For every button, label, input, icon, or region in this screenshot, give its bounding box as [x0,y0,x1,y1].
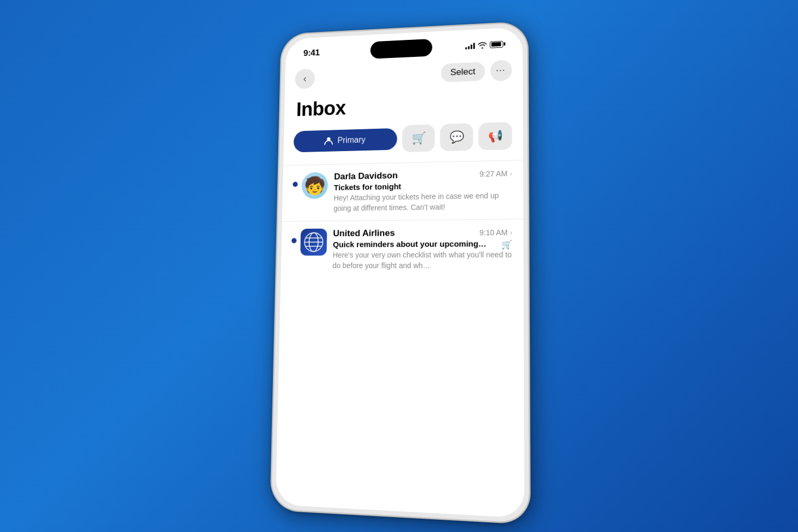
email-preview: Here's your very own checklist with what… [332,250,512,271]
tab-promotions[interactable]: 📢 [478,122,512,150]
battery-icon [490,40,503,48]
chevron-left-icon: ‹ [303,73,307,85]
shopping-cart-icon: 🛒 [411,131,426,145]
email-preview: Hey! Attaching your tickets here in case… [334,190,512,213]
email-subject: Quick reminders about your upcoming… [333,239,487,248]
email-sender: United Airlines [333,228,395,239]
status-icons [466,40,503,49]
email-item[interactable]: United Airlines 9:10 AM › Quick reminder… [281,219,523,279]
status-time: 9:41 [303,48,320,59]
phone-device: 9:41 [270,21,530,524]
megaphone-icon: 📢 [488,129,503,144]
signal-icon [466,42,475,49]
wifi-icon [478,41,487,48]
tab-primary[interactable]: Primary [294,128,397,153]
email-content: Darla Davidson 9:27 AM › Tickets for ton… [334,168,512,214]
phone-screen: 9:41 [276,27,525,518]
tab-primary-label: Primary [337,135,365,145]
email-subject-row: Quick reminders about your upcoming… 🛒 [333,239,512,251]
ellipsis-icon: ●●● [496,69,506,73]
email-content: United Airlines 9:10 AM › Quick reminder… [332,227,512,271]
chevron-right-icon: › [510,228,512,237]
email-item[interactable]: 🧒 Darla Davidson 9:27 AM › Tickets for t… [282,160,523,221]
avatar [300,229,327,256]
email-list: 🧒 Darla Davidson 9:27 AM › Tickets for t… [281,160,523,279]
globe-icon [303,231,325,253]
cart-tag-icon: 🛒 [501,239,512,250]
avatar: 🧒 [302,172,328,199]
dynamic-island [370,39,432,59]
more-button[interactable]: ●●● [491,60,512,81]
person-icon [324,136,333,146]
select-button[interactable]: Select [441,62,485,82]
nav-right: Select ●●● [441,60,512,84]
email-header: United Airlines 9:10 AM › [333,227,512,239]
chevron-right-icon: › [510,169,512,178]
back-button[interactable]: ‹ [295,69,315,89]
avatar-emoji: 🧒 [304,177,325,194]
unread-indicator [293,182,298,187]
unread-indicator [292,238,297,244]
email-sender: Darla Davidson [334,170,398,182]
email-time: 9:27 AM › [479,169,512,178]
category-tabs: Primary 🛒 💬 📢 [283,122,523,165]
tab-social[interactable]: 💬 [440,123,473,152]
tab-shopping[interactable]: 🛒 [402,124,435,152]
phone-wrapper: 9:41 [271,21,527,511]
chat-icon: 💬 [450,130,464,144]
email-subject: Tickets for tonight [334,180,512,192]
email-time: 9:10 AM › [479,228,512,237]
battery-fill [491,42,501,47]
